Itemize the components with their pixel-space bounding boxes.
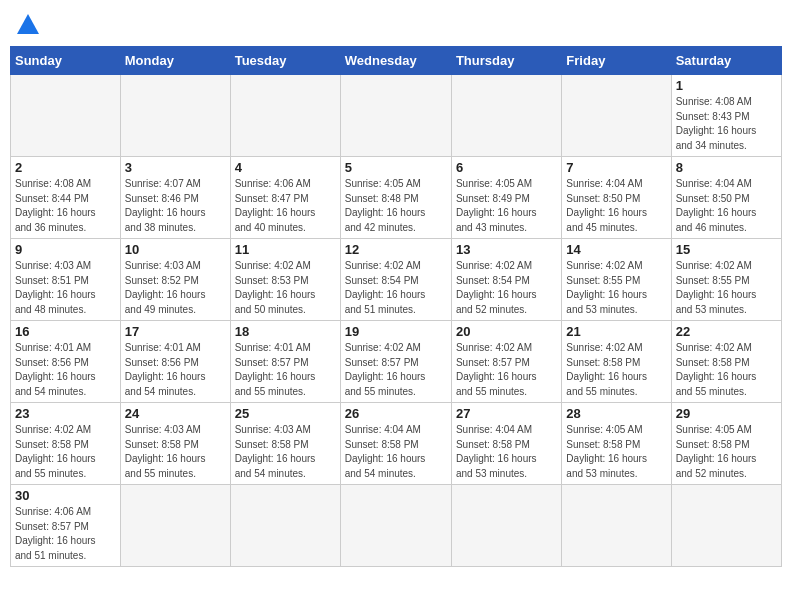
day-info: Sunrise: 4:01 AM Sunset: 8:57 PM Dayligh… <box>235 341 336 399</box>
weekday-header-thursday: Thursday <box>451 47 561 75</box>
calendar-cell: 1Sunrise: 4:08 AM Sunset: 8:43 PM Daylig… <box>671 75 781 157</box>
day-number: 18 <box>235 324 336 339</box>
calendar-cell: 15Sunrise: 4:02 AM Sunset: 8:55 PM Dayli… <box>671 239 781 321</box>
calendar-cell: 8Sunrise: 4:04 AM Sunset: 8:50 PM Daylig… <box>671 157 781 239</box>
day-number: 29 <box>676 406 777 421</box>
day-number: 5 <box>345 160 447 175</box>
calendar-cell <box>230 485 340 567</box>
day-info: Sunrise: 4:02 AM Sunset: 8:57 PM Dayligh… <box>345 341 447 399</box>
day-info: Sunrise: 4:02 AM Sunset: 8:57 PM Dayligh… <box>456 341 557 399</box>
day-number: 17 <box>125 324 226 339</box>
calendar-cell <box>340 485 451 567</box>
day-number: 22 <box>676 324 777 339</box>
calendar-cell <box>451 485 561 567</box>
day-number: 3 <box>125 160 226 175</box>
calendar-cell: 24Sunrise: 4:03 AM Sunset: 8:58 PM Dayli… <box>120 403 230 485</box>
calendar-week-2: 2Sunrise: 4:08 AM Sunset: 8:44 PM Daylig… <box>11 157 782 239</box>
calendar-week-3: 9Sunrise: 4:03 AM Sunset: 8:51 PM Daylig… <box>11 239 782 321</box>
calendar-cell: 22Sunrise: 4:02 AM Sunset: 8:58 PM Dayli… <box>671 321 781 403</box>
calendar-week-6: 30Sunrise: 4:06 AM Sunset: 8:57 PM Dayli… <box>11 485 782 567</box>
day-info: Sunrise: 4:08 AM Sunset: 8:43 PM Dayligh… <box>676 95 777 153</box>
day-info: Sunrise: 4:08 AM Sunset: 8:44 PM Dayligh… <box>15 177 116 235</box>
calendar-cell: 9Sunrise: 4:03 AM Sunset: 8:51 PM Daylig… <box>11 239 121 321</box>
calendar-table: SundayMondayTuesdayWednesdayThursdayFrid… <box>10 46 782 567</box>
logo <box>16 14 41 34</box>
day-number: 28 <box>566 406 666 421</box>
day-number: 1 <box>676 78 777 93</box>
calendar-cell: 17Sunrise: 4:01 AM Sunset: 8:56 PM Dayli… <box>120 321 230 403</box>
calendar-cell: 16Sunrise: 4:01 AM Sunset: 8:56 PM Dayli… <box>11 321 121 403</box>
calendar-week-1: 1Sunrise: 4:08 AM Sunset: 8:43 PM Daylig… <box>11 75 782 157</box>
calendar-cell: 6Sunrise: 4:05 AM Sunset: 8:49 PM Daylig… <box>451 157 561 239</box>
day-number: 11 <box>235 242 336 257</box>
weekday-header-tuesday: Tuesday <box>230 47 340 75</box>
weekday-header-friday: Friday <box>562 47 671 75</box>
calendar-cell: 23Sunrise: 4:02 AM Sunset: 8:58 PM Dayli… <box>11 403 121 485</box>
calendar-cell <box>230 75 340 157</box>
calendar-week-5: 23Sunrise: 4:02 AM Sunset: 8:58 PM Dayli… <box>11 403 782 485</box>
day-info: Sunrise: 4:02 AM Sunset: 8:54 PM Dayligh… <box>456 259 557 317</box>
day-number: 13 <box>456 242 557 257</box>
calendar-cell <box>671 485 781 567</box>
day-number: 30 <box>15 488 116 503</box>
calendar-cell <box>120 75 230 157</box>
day-info: Sunrise: 4:06 AM Sunset: 8:47 PM Dayligh… <box>235 177 336 235</box>
weekday-header-row: SundayMondayTuesdayWednesdayThursdayFrid… <box>11 47 782 75</box>
weekday-header-monday: Monday <box>120 47 230 75</box>
day-info: Sunrise: 4:02 AM Sunset: 8:54 PM Dayligh… <box>345 259 447 317</box>
day-number: 24 <box>125 406 226 421</box>
day-info: Sunrise: 4:01 AM Sunset: 8:56 PM Dayligh… <box>15 341 116 399</box>
day-info: Sunrise: 4:04 AM Sunset: 8:58 PM Dayligh… <box>345 423 447 481</box>
day-number: 10 <box>125 242 226 257</box>
day-number: 14 <box>566 242 666 257</box>
calendar-cell: 4Sunrise: 4:06 AM Sunset: 8:47 PM Daylig… <box>230 157 340 239</box>
day-number: 16 <box>15 324 116 339</box>
calendar-cell: 3Sunrise: 4:07 AM Sunset: 8:46 PM Daylig… <box>120 157 230 239</box>
day-info: Sunrise: 4:04 AM Sunset: 8:50 PM Dayligh… <box>566 177 666 235</box>
calendar-cell: 18Sunrise: 4:01 AM Sunset: 8:57 PM Dayli… <box>230 321 340 403</box>
day-info: Sunrise: 4:06 AM Sunset: 8:57 PM Dayligh… <box>15 505 116 563</box>
calendar-cell: 2Sunrise: 4:08 AM Sunset: 8:44 PM Daylig… <box>11 157 121 239</box>
day-info: Sunrise: 4:05 AM Sunset: 8:49 PM Dayligh… <box>456 177 557 235</box>
calendar-cell: 14Sunrise: 4:02 AM Sunset: 8:55 PM Dayli… <box>562 239 671 321</box>
day-info: Sunrise: 4:07 AM Sunset: 8:46 PM Dayligh… <box>125 177 226 235</box>
calendar-cell <box>120 485 230 567</box>
calendar-cell <box>562 75 671 157</box>
day-info: Sunrise: 4:03 AM Sunset: 8:58 PM Dayligh… <box>235 423 336 481</box>
calendar-cell <box>451 75 561 157</box>
day-info: Sunrise: 4:05 AM Sunset: 8:58 PM Dayligh… <box>566 423 666 481</box>
day-info: Sunrise: 4:02 AM Sunset: 8:58 PM Dayligh… <box>15 423 116 481</box>
day-info: Sunrise: 4:04 AM Sunset: 8:50 PM Dayligh… <box>676 177 777 235</box>
day-number: 2 <box>15 160 116 175</box>
calendar-cell: 26Sunrise: 4:04 AM Sunset: 8:58 PM Dayli… <box>340 403 451 485</box>
calendar-cell <box>340 75 451 157</box>
calendar-cell: 10Sunrise: 4:03 AM Sunset: 8:52 PM Dayli… <box>120 239 230 321</box>
day-number: 6 <box>456 160 557 175</box>
calendar-cell: 28Sunrise: 4:05 AM Sunset: 8:58 PM Dayli… <box>562 403 671 485</box>
day-number: 27 <box>456 406 557 421</box>
calendar-cell: 13Sunrise: 4:02 AM Sunset: 8:54 PM Dayli… <box>451 239 561 321</box>
day-number: 4 <box>235 160 336 175</box>
day-number: 9 <box>15 242 116 257</box>
calendar-cell <box>562 485 671 567</box>
calendar-cell: 27Sunrise: 4:04 AM Sunset: 8:58 PM Dayli… <box>451 403 561 485</box>
calendar-cell: 11Sunrise: 4:02 AM Sunset: 8:53 PM Dayli… <box>230 239 340 321</box>
calendar-cell: 7Sunrise: 4:04 AM Sunset: 8:50 PM Daylig… <box>562 157 671 239</box>
calendar-cell: 21Sunrise: 4:02 AM Sunset: 8:58 PM Dayli… <box>562 321 671 403</box>
day-number: 7 <box>566 160 666 175</box>
day-info: Sunrise: 4:03 AM Sunset: 8:52 PM Dayligh… <box>125 259 226 317</box>
calendar-cell: 29Sunrise: 4:05 AM Sunset: 8:58 PM Dayli… <box>671 403 781 485</box>
day-number: 20 <box>456 324 557 339</box>
day-info: Sunrise: 4:03 AM Sunset: 8:58 PM Dayligh… <box>125 423 226 481</box>
weekday-header-wednesday: Wednesday <box>340 47 451 75</box>
day-info: Sunrise: 4:05 AM Sunset: 8:58 PM Dayligh… <box>676 423 777 481</box>
day-info: Sunrise: 4:04 AM Sunset: 8:58 PM Dayligh… <box>456 423 557 481</box>
weekday-header-sunday: Sunday <box>11 47 121 75</box>
day-info: Sunrise: 4:01 AM Sunset: 8:56 PM Dayligh… <box>125 341 226 399</box>
day-info: Sunrise: 4:05 AM Sunset: 8:48 PM Dayligh… <box>345 177 447 235</box>
calendar-cell: 19Sunrise: 4:02 AM Sunset: 8:57 PM Dayli… <box>340 321 451 403</box>
calendar-cell: 20Sunrise: 4:02 AM Sunset: 8:57 PM Dayli… <box>451 321 561 403</box>
day-info: Sunrise: 4:02 AM Sunset: 8:55 PM Dayligh… <box>566 259 666 317</box>
day-number: 26 <box>345 406 447 421</box>
calendar-cell <box>11 75 121 157</box>
